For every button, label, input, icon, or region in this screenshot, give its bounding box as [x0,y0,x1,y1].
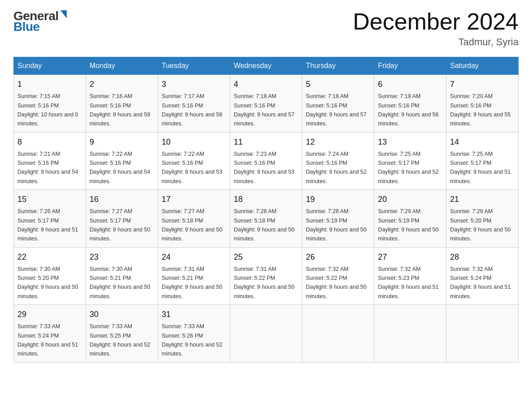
day-info: Sunrise: 7:17 AMSunset: 5:16 PMDaylight:… [162,93,223,127]
calendar-cell: 25Sunrise: 7:31 AMSunset: 5:22 PMDayligh… [230,247,302,305]
calendar-header-row: SundayMondayTuesdayWednesdayThursdayFrid… [14,57,519,75]
day-info: Sunrise: 7:23 AMSunset: 5:16 PMDaylight:… [234,151,295,184]
day-number: 23 [90,251,154,263]
day-info: Sunrise: 7:19 AMSunset: 5:16 PMDaylight:… [378,93,439,127]
calendar-cell: 20Sunrise: 7:29 AMSunset: 5:19 PMDayligh… [374,190,446,248]
day-number: 17 [162,193,226,206]
day-number: 13 [378,136,442,148]
calendar-week-row: 8Sunrise: 7:21 AMSunset: 5:16 PMDaylight… [14,132,519,190]
day-number: 31 [162,308,226,321]
calendar-cell [374,305,446,363]
day-number: 21 [450,193,515,206]
day-number: 6 [378,78,442,90]
calendar-cell: 5Sunrise: 7:18 AMSunset: 5:16 PMDaylight… [302,75,374,133]
calendar-cell: 9Sunrise: 7:22 AMSunset: 5:16 PMDaylight… [86,132,158,190]
calendar-cell: 28Sunrise: 7:32 AMSunset: 5:24 PMDayligh… [446,247,519,305]
day-info: Sunrise: 7:20 AMSunset: 5:16 PMDaylight:… [450,93,511,127]
day-number: 15 [17,193,82,206]
day-number: 2 [90,78,154,90]
day-info: Sunrise: 7:33 AMSunset: 5:26 PMDaylight:… [162,323,223,357]
calendar-cell: 27Sunrise: 7:32 AMSunset: 5:23 PMDayligh… [374,247,446,305]
calendar-cell: 4Sunrise: 7:18 AMSunset: 5:16 PMDaylight… [230,75,302,133]
calendar-cell [230,305,302,363]
day-info: Sunrise: 7:32 AMSunset: 5:24 PMDaylight:… [450,266,511,300]
logo: General Blue [13,9,67,34]
logo-blue-text: Blue [13,20,67,34]
day-number: 14 [450,136,515,148]
day-info: Sunrise: 7:22 AMSunset: 5:16 PMDaylight:… [90,151,150,184]
calendar-cell: 15Sunrise: 7:26 AMSunset: 5:17 PMDayligh… [14,190,86,248]
day-number: 16 [90,193,154,206]
calendar-cell: 23Sunrise: 7:30 AMSunset: 5:21 PMDayligh… [86,247,158,305]
day-info: Sunrise: 7:16 AMSunset: 5:16 PMDaylight:… [90,93,150,127]
col-header-friday: Friday [374,57,446,75]
calendar-cell: 12Sunrise: 7:24 AMSunset: 5:16 PMDayligh… [302,132,374,190]
day-number: 9 [90,136,154,148]
calendar-cell: 7Sunrise: 7:20 AMSunset: 5:16 PMDaylight… [446,75,519,133]
day-info: Sunrise: 7:25 AMSunset: 5:17 PMDaylight:… [378,151,439,184]
day-info: Sunrise: 7:30 AMSunset: 5:20 PMDaylight:… [17,266,78,300]
calendar-table: SundayMondayTuesdayWednesdayThursdayFrid… [13,57,519,363]
day-info: Sunrise: 7:32 AMSunset: 5:22 PMDaylight:… [306,266,367,300]
day-number: 27 [378,251,442,263]
col-header-thursday: Thursday [302,57,374,75]
day-info: Sunrise: 7:32 AMSunset: 5:23 PMDaylight:… [378,266,439,300]
calendar-week-row: 22Sunrise: 7:30 AMSunset: 5:20 PMDayligh… [14,247,519,305]
calendar-cell: 10Sunrise: 7:22 AMSunset: 5:16 PMDayligh… [158,132,230,190]
day-number: 7 [450,78,515,90]
calendar-cell: 26Sunrise: 7:32 AMSunset: 5:22 PMDayligh… [302,247,374,305]
calendar-cell: 30Sunrise: 7:33 AMSunset: 5:25 PMDayligh… [86,305,158,363]
day-info: Sunrise: 7:21 AMSunset: 5:16 PMDaylight:… [17,151,78,184]
day-number: 20 [378,193,442,206]
day-number: 10 [162,136,226,148]
day-info: Sunrise: 7:29 AMSunset: 5:19 PMDaylight:… [378,208,439,242]
location-text: Tadmur, Syria [353,36,519,48]
day-info: Sunrise: 7:26 AMSunset: 5:17 PMDaylight:… [17,208,78,242]
day-number: 30 [90,308,154,321]
day-info: Sunrise: 7:25 AMSunset: 5:17 PMDaylight:… [450,151,511,184]
day-info: Sunrise: 7:30 AMSunset: 5:21 PMDaylight:… [90,266,150,300]
day-number: 19 [306,193,370,206]
day-number: 11 [234,136,298,148]
calendar-cell: 22Sunrise: 7:30 AMSunset: 5:20 PMDayligh… [14,247,86,305]
day-number: 22 [17,251,82,263]
day-info: Sunrise: 7:18 AMSunset: 5:16 PMDaylight:… [306,93,367,127]
col-header-sunday: Sunday [14,57,86,75]
col-header-saturday: Saturday [446,57,519,75]
page-header: General Blue December 2024 Tadmur, Syria [13,9,519,48]
day-info: Sunrise: 7:33 AMSunset: 5:24 PMDaylight:… [17,323,78,357]
calendar-cell: 14Sunrise: 7:25 AMSunset: 5:17 PMDayligh… [446,132,519,190]
day-info: Sunrise: 7:27 AMSunset: 5:17 PMDaylight:… [90,208,150,242]
calendar-cell: 13Sunrise: 7:25 AMSunset: 5:17 PMDayligh… [374,132,446,190]
day-number: 18 [234,193,298,206]
day-info: Sunrise: 7:29 AMSunset: 5:20 PMDaylight:… [450,208,511,242]
day-number: 5 [306,78,370,90]
col-header-wednesday: Wednesday [230,57,302,75]
day-number: 1 [17,78,82,90]
day-number: 12 [306,136,370,148]
calendar-cell: 18Sunrise: 7:28 AMSunset: 5:18 PMDayligh… [230,190,302,248]
day-info: Sunrise: 7:31 AMSunset: 5:21 PMDaylight:… [162,266,223,300]
day-info: Sunrise: 7:33 AMSunset: 5:25 PMDaylight:… [90,323,150,357]
calendar-cell: 3Sunrise: 7:17 AMSunset: 5:16 PMDaylight… [158,75,230,133]
calendar-cell [302,305,374,363]
day-info: Sunrise: 7:31 AMSunset: 5:22 PMDaylight:… [234,266,295,300]
calendar-cell: 11Sunrise: 7:23 AMSunset: 5:16 PMDayligh… [230,132,302,190]
day-info: Sunrise: 7:22 AMSunset: 5:16 PMDaylight:… [162,151,223,184]
calendar-cell: 8Sunrise: 7:21 AMSunset: 5:16 PMDaylight… [14,132,86,190]
col-header-monday: Monday [86,57,158,75]
calendar-cell: 6Sunrise: 7:19 AMSunset: 5:16 PMDaylight… [374,75,446,133]
logo-arrow-icon [60,10,67,18]
day-number: 28 [450,251,515,263]
calendar-cell: 16Sunrise: 7:27 AMSunset: 5:17 PMDayligh… [86,190,158,248]
calendar-week-row: 29Sunrise: 7:33 AMSunset: 5:24 PMDayligh… [14,305,519,363]
title-area: December 2024 Tadmur, Syria [353,9,519,48]
day-number: 25 [234,251,298,263]
calendar-cell: 17Sunrise: 7:27 AMSunset: 5:18 PMDayligh… [158,190,230,248]
calendar-cell: 19Sunrise: 7:28 AMSunset: 5:19 PMDayligh… [302,190,374,248]
day-number: 24 [162,251,226,263]
calendar-cell: 21Sunrise: 7:29 AMSunset: 5:20 PMDayligh… [446,190,519,248]
month-title: December 2024 [353,9,519,34]
day-info: Sunrise: 7:27 AMSunset: 5:18 PMDaylight:… [162,208,223,242]
day-info: Sunrise: 7:28 AMSunset: 5:18 PMDaylight:… [234,208,295,242]
